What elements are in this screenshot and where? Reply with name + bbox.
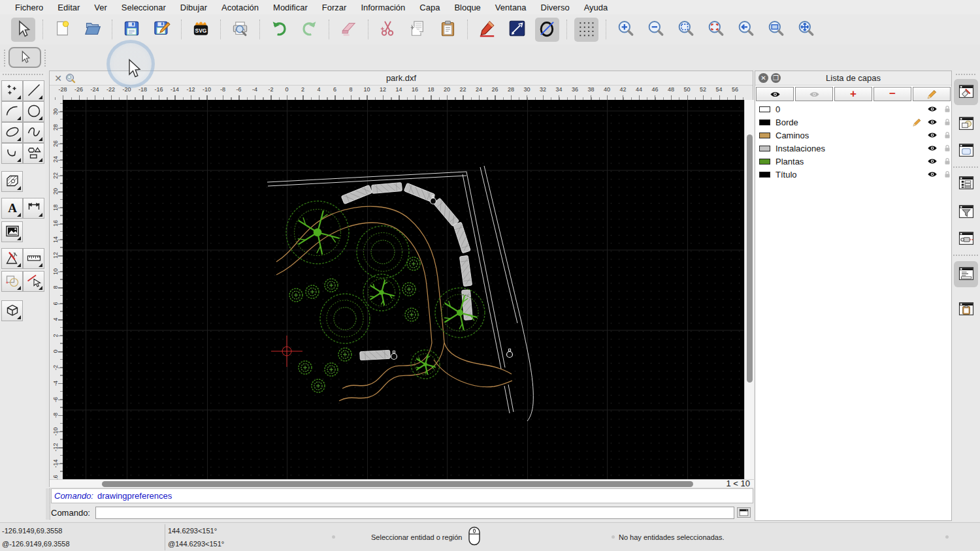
export-svg-button[interactable]: SVG (189, 18, 213, 42)
layer-row-titulo[interactable]: Título (755, 168, 951, 181)
trim-tool-button[interactable] (1, 271, 23, 292)
menu-forzar[interactable]: Forzar (315, 3, 354, 12)
layer-visibility-icon[interactable] (923, 156, 933, 166)
text-tool-button[interactable]: A (1, 198, 23, 219)
menu-informacion[interactable]: Información (353, 3, 412, 12)
layer-visibility-icon[interactable] (923, 104, 933, 114)
menu-ver[interactable]: Ver (87, 3, 114, 12)
menu-capa[interactable]: Capa (412, 3, 447, 12)
line-attributes-button[interactable] (505, 18, 529, 42)
copy-button[interactable] (406, 18, 430, 42)
layer-lock-icon[interactable] (938, 118, 947, 127)
spline-tool-button[interactable] (23, 122, 44, 143)
arc-tool-button[interactable] (1, 101, 23, 122)
layer-row-plantas[interactable]: Plantas (755, 155, 951, 168)
menu-seleccionar[interactable]: Seleccionar (114, 3, 173, 12)
save-file-button[interactable] (120, 18, 144, 42)
show-all-layers-button[interactable] (756, 87, 794, 101)
layer-lock-icon[interactable] (938, 157, 947, 166)
dimension-tool-button[interactable] (23, 198, 44, 219)
layer-lock-icon[interactable] (938, 104, 947, 114)
vertical-scrollbar[interactable] (744, 100, 754, 479)
layer-visibility-icon[interactable] (923, 130, 933, 140)
grid-toggle-button[interactable] (574, 18, 598, 42)
ellipse-tool-button[interactable] (1, 122, 23, 143)
menu-editar[interactable]: Editar (50, 3, 87, 12)
menu-ventana[interactable]: Ventana (488, 3, 534, 12)
dock-handle[interactable] (956, 74, 975, 76)
cut-button[interactable] (376, 18, 400, 42)
menu-fichero[interactable]: Fichero (8, 3, 50, 12)
horizontal-scroll-thumb[interactable] (102, 481, 693, 487)
layer-row-caminos[interactable]: Caminos (755, 129, 951, 142)
cube-3d-tool-button[interactable] (1, 300, 23, 321)
toolbar-handle[interactable] (4, 50, 6, 67)
layer-row-0[interactable]: 0 (755, 102, 951, 116)
layer-visibility-icon[interactable] (923, 143, 933, 153)
hatch-tool-button[interactable] (1, 171, 23, 192)
command-input[interactable] (95, 507, 734, 519)
layer-lock-icon[interactable] (938, 131, 947, 140)
line-tool-button[interactable] (23, 80, 44, 101)
menu-bloque[interactable]: Bloque (447, 3, 487, 12)
zoom-auto-button[interactable] (674, 18, 698, 42)
zoom-back-button[interactable] (734, 18, 758, 42)
menu-modificar[interactable]: Modificar (266, 3, 315, 12)
dock-block-list-button[interactable] (954, 111, 978, 137)
pen-button[interactable] (475, 18, 499, 42)
layer-lock-icon[interactable] (938, 144, 947, 153)
menu-ayuda[interactable]: Ayuda (577, 3, 615, 12)
dock-views-button[interactable] (954, 226, 978, 252)
dock-filter-button[interactable] (954, 199, 978, 225)
print-preview-button[interactable] (228, 18, 252, 42)
drawing-canvas[interactable] (63, 100, 744, 479)
select-entity-tool-button[interactable] (23, 271, 44, 292)
add-layer-button[interactable]: + (834, 87, 872, 101)
zoom-pan-button[interactable] (794, 18, 818, 42)
layer-row-instalaciones[interactable]: Instalaciones (755, 142, 951, 155)
save-file-as-button[interactable] (150, 18, 174, 42)
circle-tool-button[interactable] (23, 101, 44, 122)
zoom-previous-button[interactable] (704, 18, 728, 42)
dock-clipboard-button[interactable] (954, 296, 978, 323)
zoom-in-button[interactable] (613, 18, 638, 42)
toolbar-handle[interactable] (44, 50, 46, 67)
modify-tool-button[interactable] (1, 248, 23, 269)
select-arrow-button[interactable] (11, 18, 35, 42)
ellipse-tool-button[interactable] (535, 18, 559, 42)
layer-visibility-icon[interactable] (923, 169, 933, 180)
zoom-out-button[interactable] (644, 18, 668, 42)
polygon-tool-button[interactable] (23, 143, 44, 164)
measure-tool-button[interactable] (23, 248, 44, 269)
dock-entity-list-button[interactable] (954, 170, 978, 197)
dock-layer-list-button[interactable] (954, 79, 978, 105)
dock-library-button[interactable] (954, 138, 978, 164)
open-file-button[interactable] (80, 18, 105, 42)
new-file-button[interactable] (50, 18, 74, 42)
image-tool-button[interactable] (1, 221, 23, 242)
pointer-tool-button[interactable] (8, 47, 41, 68)
menu-diverso[interactable]: Diverso (534, 3, 577, 12)
dock-command-widget-button[interactable] (954, 261, 978, 287)
menu-dibujar[interactable]: Dibujar (173, 3, 214, 12)
polyline-tool-button[interactable] (1, 143, 23, 164)
layer-lock-icon[interactable] (938, 170, 947, 179)
hide-all-layers-button[interactable] (795, 87, 833, 101)
redo-button[interactable] (297, 18, 321, 42)
remove-layer-button[interactable]: − (874, 87, 911, 101)
palette-handle[interactable] (3, 74, 43, 76)
menu-acotacion[interactable]: Acotación (214, 3, 266, 12)
vertical-scroll-thumb[interactable] (747, 134, 753, 383)
paste-button[interactable] (436, 18, 460, 42)
command-float-button[interactable] (737, 507, 751, 518)
zoom-window-button[interactable] (764, 18, 788, 42)
layer-row-borde[interactable]: Borde (755, 116, 951, 129)
points-tool-button[interactable] (1, 80, 23, 101)
save-file-as-icon (153, 20, 171, 39)
edit-layer-button[interactable] (913, 87, 951, 101)
zoom-in-icon (617, 20, 634, 39)
undo-button[interactable] (267, 18, 291, 42)
eraser-button[interactable] (336, 18, 361, 42)
layer-visibility-icon[interactable] (923, 117, 933, 127)
command-dock-handle[interactable] (46, 488, 50, 520)
